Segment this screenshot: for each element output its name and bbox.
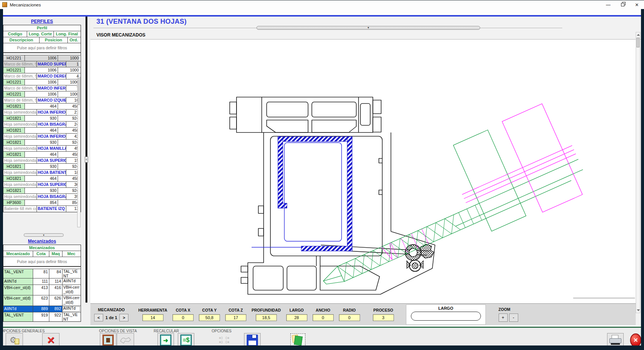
restore-icon xyxy=(621,3,624,6)
recalc-calc-icon: ≡$ xyxy=(180,335,192,345)
scrollbar-thumb[interactable] xyxy=(636,38,639,47)
hinges-icon: ≡) (≡ ≡) (≡ xyxy=(219,336,229,344)
general-options-button[interactable]: ⚙ xyxy=(6,333,23,345)
minimize-button[interactable]: — xyxy=(601,0,615,9)
col-long-final[interactable]: Long. Final xyxy=(54,31,80,37)
perfiles-header-row-1: Codigo Long. Corte Long. Final xyxy=(3,31,81,37)
table-row-selected[interactable]: AIINTd889892AIINTd xyxy=(3,306,81,312)
profile-cad-drawing xyxy=(90,36,636,301)
export-button[interactable] xyxy=(289,333,307,345)
table-row[interactable]: TAL_VENT8184TAL_VENT xyxy=(3,269,81,278)
table-row[interactable]: Marco de 68mm, 5 cMARCO IZQUIERDO10 xyxy=(3,97,81,103)
mecanizados-table: Mecanizados Mecanizado Cota Maq Mec Puls… xyxy=(3,245,81,322)
table-row[interactable]: Marco de 68mm, 5 cMARCO INFERIOR7 xyxy=(3,85,81,91)
chevron-down-icon: ▾ xyxy=(43,234,44,236)
table-row[interactable]: TAL_VENT919922TAL_VENT xyxy=(3,312,81,321)
table-row[interactable]: Hoja semiredonda 8HOJA SUPERIOR15 xyxy=(3,158,81,164)
mecanizados-header-row: Mecanizado Cota Maq Mec xyxy=(3,251,81,257)
window-title: Mecanizaciones xyxy=(10,3,41,7)
zoom-in-button[interactable]: + xyxy=(499,313,508,322)
cota-x-field[interactable]: 0 xyxy=(172,314,194,321)
table-row[interactable]: Hoja semiredonda 8HOJA BATIENTE D18 xyxy=(3,170,81,176)
col-mec[interactable]: Mec xyxy=(63,251,80,257)
horizontal-splitter[interactable]: ▾ xyxy=(24,233,64,237)
scroll-up-icon[interactable] xyxy=(637,34,640,36)
perfiles-title[interactable]: PERFILES xyxy=(3,19,81,24)
largo-field[interactable]: 28 xyxy=(286,314,307,321)
proceso-field[interactable]: 3 xyxy=(373,314,394,321)
col-long-corte[interactable]: Long. Corte xyxy=(27,31,54,37)
collapsed-dropdown[interactable]: ▾ xyxy=(256,26,480,30)
table-row[interactable]: HO1821930924 xyxy=(3,140,81,146)
save-button[interactable] xyxy=(244,333,261,345)
herramienta-field[interactable]: 14 xyxy=(142,314,163,321)
collapse-left-icon[interactable]: < xyxy=(85,157,88,163)
chevron-down-icon: ▾ xyxy=(368,26,369,29)
next-mecanizado-button[interactable]: > xyxy=(119,314,128,321)
recalc-apply-button[interactable]: ➜ xyxy=(157,333,174,345)
scroll-down-icon[interactable] xyxy=(637,309,640,311)
perfiles-filter-row[interactable]: Pulse aquí para definir filtros xyxy=(3,43,81,53)
col-codigo[interactable]: Codigo xyxy=(3,31,27,37)
ancho-field[interactable]: 0 xyxy=(313,314,334,321)
close-button[interactable]: ✕ xyxy=(630,0,644,9)
table-row[interactable]: HO1821464458 xyxy=(3,176,81,182)
table-row[interactable]: HO122110061000 xyxy=(3,55,81,61)
mecanizados-title[interactable]: Mecanizados xyxy=(3,239,81,244)
col-maq[interactable]: Maq xyxy=(49,251,63,257)
table-row[interactable]: VBH-cerr_st(d)623626VBH-cerr_st(d) xyxy=(3,295,81,306)
delete-button[interactable]: ✕ xyxy=(42,333,60,345)
col-mecanizado[interactable]: Mecanizado xyxy=(3,251,33,257)
table-row[interactable]: Hoja semiredonda 8HOJA SUPERIOR36 xyxy=(3,182,81,188)
table-row[interactable]: HP3600854854 xyxy=(3,200,81,206)
table-row[interactable]: Hoja semiredonda 8HOJA MANILLA IZ45 xyxy=(3,146,81,152)
table-row[interactable]: HO1821464458 xyxy=(3,103,81,110)
perfiles-group-header: Perfil xyxy=(3,25,81,31)
table-row[interactable]: Marco de 68mm, 5 cMARCO DERECHO4 xyxy=(3,73,81,79)
table-row[interactable]: HO1821930924 xyxy=(3,188,81,194)
table-row[interactable]: HO1821930924 xyxy=(3,116,81,122)
cota-y-field[interactable]: 50,8 xyxy=(199,314,220,321)
zoom-controls: ZOOM + - xyxy=(499,307,518,322)
table-row[interactable]: Hoja semiredonda 8HOJA BISAGRA IZ24 xyxy=(3,122,81,128)
profile-outline-icon xyxy=(119,335,132,345)
table-row[interactable]: Batiente 68 mm conBATIENTE IZQ13 xyxy=(3,206,81,212)
prev-mecanizado-button[interactable]: < xyxy=(94,314,103,321)
recalc-all-button[interactable]: ≡$ xyxy=(178,333,194,345)
scrollbar-thumb[interactable] xyxy=(78,78,80,105)
print-button[interactable] xyxy=(607,333,624,345)
view-window-button[interactable] xyxy=(100,333,116,345)
page-title: 31 (VENTANA DOS HOJAS) xyxy=(96,18,187,26)
table-row[interactable]: Hoja semiredonda 8HOJA INFERIOR21 xyxy=(3,110,81,116)
col-descripcion[interactable]: Descripcion xyxy=(3,37,40,43)
printer-icon xyxy=(609,335,621,345)
perfiles-scrollbar[interactable] xyxy=(77,77,81,227)
perfiles-table: Perfil Codigo Long. Corte Long. Final De… xyxy=(3,25,81,212)
restore-button[interactable] xyxy=(615,0,630,9)
bottom-toolbar: OPCIONES GENERALES OPCIONES DE VISTA REC… xyxy=(3,327,641,345)
profundidad-field[interactable]: 18,5 xyxy=(256,314,277,321)
zoom-out-button[interactable]: - xyxy=(509,313,518,322)
drawing-vertical-scrollbar[interactable] xyxy=(636,32,640,313)
hinge-options-button-disabled: ≡) (≡ ≡) (≡ xyxy=(213,333,235,345)
radio-field[interactable]: 0 xyxy=(339,314,360,321)
col-ord[interactable]: Ord. xyxy=(68,37,80,43)
table-row[interactable]: HO122110061000 xyxy=(3,67,81,73)
table-row[interactable]: Marco de 68mm, 5 cMARCO SUPERIOR1 xyxy=(3,61,81,67)
cota-z-field[interactable]: 17 xyxy=(225,314,246,321)
table-row[interactable]: HO122110061000 xyxy=(3,91,81,97)
table-row[interactable]: Hoja semiredonda 8HOJA INFERIOR42 xyxy=(3,134,81,140)
table-row[interactable]: HO1821930924 xyxy=(3,164,81,170)
floppy-disk-icon xyxy=(247,335,258,345)
col-posicion[interactable]: Posicion xyxy=(40,37,68,43)
table-row[interactable]: VBH-cerr_st(d)413416VBH-cerr_st(d) xyxy=(3,285,81,295)
col-cota[interactable]: Cota xyxy=(33,251,49,257)
table-row[interactable]: AIINTd111114AIINTd xyxy=(3,278,81,285)
mecanizados-filter-row[interactable]: Pulse aquí para definir filtros xyxy=(3,257,81,267)
table-row[interactable]: HO1821464458 xyxy=(3,128,81,134)
exit-button[interactable]: ✕ xyxy=(628,333,641,345)
mecanizados-group-header: Mecanizados xyxy=(3,245,81,251)
table-row[interactable]: HO1821464458 xyxy=(3,152,81,158)
table-row[interactable]: HO122110061000 xyxy=(3,79,81,85)
table-row[interactable]: Hoja semiredonda 8HOJA BISAGRA DI39 xyxy=(3,194,81,200)
